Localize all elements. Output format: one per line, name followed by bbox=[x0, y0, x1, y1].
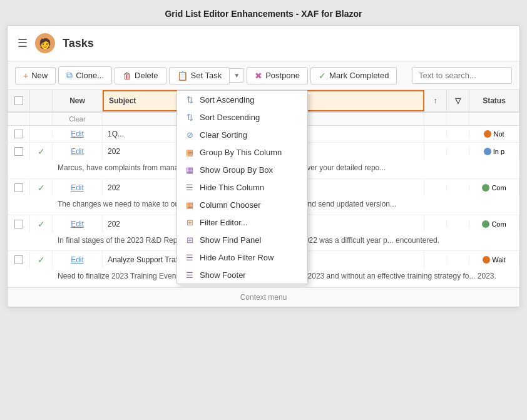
clone-icon: ⧉ bbox=[66, 70, 73, 81]
settask-button[interactable]: 📋 Set Task bbox=[169, 67, 230, 85]
context-menu-item[interactable]: ▦Column Chooser bbox=[177, 196, 307, 213]
ctx-item-icon: ⊞ bbox=[185, 217, 195, 227]
ctx-item-icon: ⊞ bbox=[185, 235, 195, 245]
footer-bar: Context menu bbox=[8, 287, 519, 307]
settask-dropdown[interactable]: ▼ bbox=[230, 68, 244, 83]
row-edit-4[interactable]: Edit bbox=[53, 252, 103, 268]
row-check-3: ✓ bbox=[30, 215, 53, 233]
header-title: Tasks bbox=[63, 37, 94, 50]
col-check bbox=[30, 90, 53, 111]
ctx-item-icon: ⇅ bbox=[185, 112, 195, 122]
row-status-3: Com bbox=[469, 217, 519, 232]
row-check-1: ✓ bbox=[30, 143, 53, 160]
context-menu: ⇅Sort Ascending⇅Sort Descending⊘Clear So… bbox=[177, 90, 308, 284]
plus-icon: + bbox=[23, 71, 28, 81]
row-edit-3[interactable]: Edit bbox=[53, 216, 103, 232]
filter-clear[interactable]: Clear bbox=[56, 115, 98, 123]
context-menu-item[interactable]: ⇅Sort Descending bbox=[177, 108, 307, 126]
row-edit-1[interactable]: Edit bbox=[53, 143, 103, 160]
row-status-1: In p bbox=[469, 144, 519, 159]
app-window: ☰ 🧑 Tasks + New ⧉ Clone... 🗑 Delete 📋 Se… bbox=[7, 25, 520, 307]
check-icon: ✓ bbox=[319, 71, 326, 81]
context-menu-item[interactable]: ▦Group By This Column bbox=[177, 143, 307, 161]
context-menu-item[interactable]: ⊞Filter Editor... bbox=[177, 213, 307, 231]
postpone-button[interactable]: ✖ Postpone bbox=[247, 67, 308, 85]
mark-completed-button[interactable]: ✓ Mark Completed bbox=[310, 67, 397, 85]
col-sort-asc[interactable]: ↑ bbox=[424, 90, 447, 111]
ctx-item-icon: ▦ bbox=[185, 147, 195, 157]
settask-icon: 📋 bbox=[177, 71, 188, 81]
postpone-icon: ✖ bbox=[255, 71, 262, 81]
row-check-4: ✓ bbox=[30, 251, 53, 269]
col-filter[interactable]: ▽ bbox=[447, 90, 469, 111]
toolbar: + New ⧉ Clone... 🗑 Delete 📋 Set Task ▼ ✖… bbox=[8, 61, 519, 90]
context-menu-item[interactable]: ☰Show Footer bbox=[177, 266, 307, 284]
delete-icon: 🗑 bbox=[123, 71, 131, 81]
ctx-item-icon: ▦ bbox=[185, 165, 195, 175]
row-checkbox-1[interactable] bbox=[8, 143, 30, 160]
row-checkbox-0[interactable] bbox=[8, 126, 30, 142]
avatar: 🧑 bbox=[35, 33, 55, 53]
context-menu-item[interactable]: ⊞Show Find Panel bbox=[177, 231, 307, 248]
context-menu-item[interactable]: ▦Show Group By Box bbox=[177, 161, 307, 178]
context-menu-item[interactable]: ☰Hide This Column bbox=[177, 178, 307, 196]
app-header: ☰ 🧑 Tasks bbox=[8, 26, 519, 61]
row-checkbox-4[interactable] bbox=[8, 252, 30, 268]
ctx-item-icon: ☰ bbox=[185, 182, 195, 192]
header-checkbox[interactable] bbox=[14, 96, 23, 105]
row-checkbox-2[interactable] bbox=[8, 180, 30, 196]
grid: New Subject ↑ ▽ Status Clear bbox=[8, 90, 519, 287]
row-status-2: Com bbox=[469, 180, 519, 195]
row-status-4: Wait bbox=[469, 252, 519, 267]
row-edit-0[interactable]: Edit bbox=[53, 126, 103, 142]
row-status-0: Not bbox=[469, 126, 519, 141]
context-menu-item[interactable]: ☰Hide Auto Filter Row bbox=[177, 248, 307, 266]
ctx-item-icon: ☰ bbox=[185, 252, 195, 262]
row-checkbox-3[interactable] bbox=[8, 216, 30, 232]
row-check-0 bbox=[30, 130, 53, 138]
ctx-item-icon: ☰ bbox=[185, 270, 195, 280]
ctx-item-icon: ⊘ bbox=[185, 130, 195, 140]
row-edit-2[interactable]: Edit bbox=[53, 180, 103, 196]
clone-button[interactable]: ⧉ Clone... bbox=[58, 66, 112, 85]
hamburger-icon[interactable]: ☰ bbox=[18, 36, 28, 50]
new-button[interactable]: + New bbox=[15, 67, 56, 85]
col-new[interactable]: New bbox=[53, 90, 103, 111]
col-status[interactable]: Status bbox=[469, 90, 519, 111]
ctx-item-icon: ▦ bbox=[185, 200, 195, 210]
context-menu-item[interactable]: ⊘Clear Sorting bbox=[177, 126, 307, 143]
context-menu-item[interactable]: ⇅Sort Ascending bbox=[177, 91, 307, 108]
delete-button[interactable]: 🗑 Delete bbox=[115, 67, 166, 85]
ctx-item-icon: ⇅ bbox=[185, 95, 195, 105]
col-checkbox[interactable] bbox=[8, 90, 30, 111]
search-input[interactable] bbox=[412, 67, 512, 84]
row-check-2: ✓ bbox=[30, 179, 53, 197]
page-title: Grid List Editor Enhancements - XAF for … bbox=[165, 0, 362, 25]
